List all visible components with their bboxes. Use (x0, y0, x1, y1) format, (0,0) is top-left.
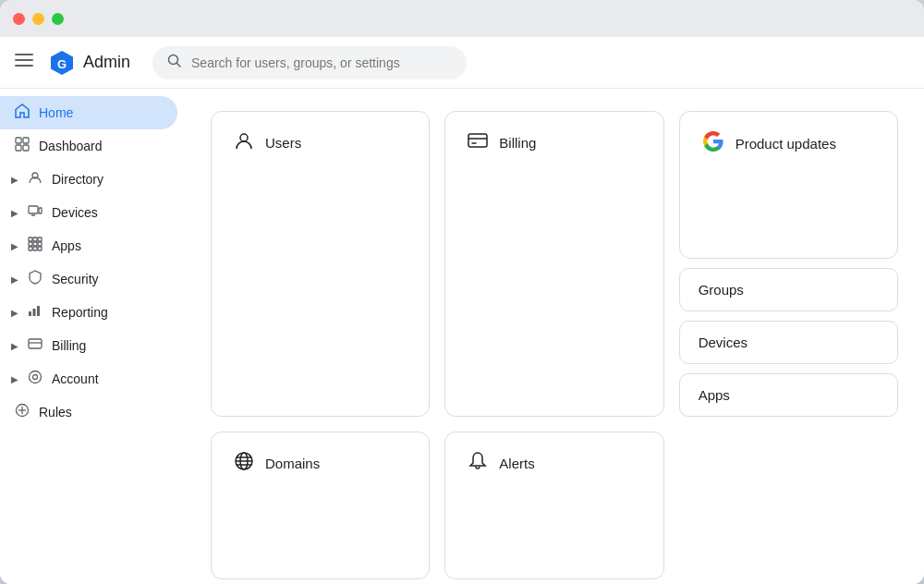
sidebar-item-security[interactable]: ▶ Security (0, 262, 177, 296)
chevron-reporting-icon: ▶ (11, 308, 18, 318)
sidebar-item-account[interactable]: ▶ Account (0, 362, 177, 395)
card-label-devices: Devices (699, 335, 748, 350)
sidebar-item-home[interactable]: Home (0, 96, 177, 129)
card-label-apps: Apps (699, 387, 730, 403)
svg-rect-35 (468, 134, 487, 147)
account-icon (28, 370, 43, 388)
topbar: G Admin (0, 37, 924, 89)
card-billing[interactable]: Billing (444, 111, 663, 417)
app-window: G Admin (0, 0, 924, 584)
card-alerts[interactable]: Alerts (444, 432, 663, 579)
svg-rect-8 (23, 138, 29, 143)
chevron-apps-icon: ▶ (11, 241, 18, 251)
svg-rect-1 (15, 59, 33, 61)
svg-rect-22 (33, 247, 37, 250)
sidebar: Home Dashboard ▶ (0, 89, 185, 584)
home-icon (15, 103, 30, 122)
svg-rect-25 (33, 309, 36, 316)
svg-rect-19 (33, 242, 37, 246)
svg-line-6 (177, 63, 181, 67)
sidebar-label-account: Account (52, 371, 99, 386)
sidebar-label-billing: Billing (52, 338, 86, 353)
main-content: Home Dashboard ▶ (0, 89, 924, 584)
svg-rect-9 (16, 145, 21, 151)
svg-rect-7 (16, 138, 21, 143)
sidebar-item-dashboard[interactable]: Dashboard (0, 129, 177, 163)
chevron-directory-icon: ▶ (11, 175, 18, 185)
user-card-icon (234, 130, 254, 155)
svg-rect-2 (15, 65, 33, 67)
sidebar-label-reporting: Reporting (52, 305, 108, 320)
search-bar[interactable] (152, 46, 467, 79)
dashboard-icon (15, 137, 30, 155)
svg-rect-21 (29, 247, 32, 250)
content-area: Users (185, 89, 924, 584)
brand: G Admin (48, 49, 130, 77)
svg-text:G: G (57, 57, 67, 71)
rules-icon (15, 403, 30, 421)
google-logo-icon: G (48, 49, 76, 77)
card-product-updates[interactable]: Product updates (679, 111, 898, 259)
svg-rect-10 (23, 145, 29, 151)
card-groups[interactable]: Groups (679, 268, 898, 311)
svg-rect-13 (39, 208, 42, 213)
apps-icon (28, 237, 43, 255)
sidebar-item-directory[interactable]: ▶ Directory (0, 163, 177, 196)
svg-point-34 (240, 134, 248, 141)
card-title-domains: Domains (265, 456, 320, 471)
sidebar-label-home: Home (39, 105, 73, 120)
svg-rect-24 (29, 311, 31, 316)
sidebar-item-reporting[interactable]: ▶ Reporting (0, 296, 177, 329)
titlebar (0, 0, 924, 37)
sidebar-label-rules: Rules (39, 405, 72, 420)
card-users[interactable]: Users (211, 111, 430, 417)
svg-rect-15 (29, 237, 32, 241)
chevron-devices-icon: ▶ (11, 208, 18, 218)
chevron-billing-icon: ▶ (11, 341, 18, 351)
search-icon (167, 54, 182, 72)
svg-rect-23 (38, 247, 42, 250)
brand-name: Admin (83, 53, 130, 72)
sidebar-label-directory: Directory (52, 172, 103, 187)
globe-card-icon (234, 451, 254, 476)
sidebar-label-devices: Devices (52, 205, 98, 220)
card-title-billing: Billing (499, 135, 536, 151)
card-apps-small[interactable]: Apps (679, 373, 898, 417)
search-input[interactable] (191, 55, 452, 70)
sidebar-item-rules[interactable]: Rules (0, 395, 177, 429)
sidebar-item-apps[interactable]: ▶ Apps (0, 229, 177, 262)
card-domains[interactable]: Domains (211, 432, 430, 579)
maximize-button[interactable] (52, 13, 64, 25)
svg-rect-16 (33, 237, 37, 241)
sidebar-label-apps: Apps (52, 238, 81, 253)
billing-card-icon (468, 130, 488, 155)
sidebar-item-billing[interactable]: ▶ Billing (0, 329, 177, 362)
svg-point-30 (33, 375, 38, 380)
app-area: G Admin (0, 37, 924, 584)
menu-button[interactable] (15, 51, 33, 74)
directory-icon (28, 170, 43, 189)
svg-rect-27 (29, 339, 42, 348)
svg-rect-17 (38, 237, 42, 241)
chevron-account-icon: ▶ (11, 374, 18, 384)
sidebar-label-security: Security (52, 272, 99, 286)
close-button[interactable] (13, 13, 25, 25)
svg-rect-20 (38, 242, 42, 246)
svg-rect-18 (29, 242, 32, 246)
svg-rect-12 (29, 206, 38, 213)
security-icon (28, 270, 43, 288)
svg-rect-26 (37, 306, 40, 316)
svg-point-29 (30, 371, 42, 383)
card-title-alerts: Alerts (499, 456, 534, 471)
chevron-security-icon: ▶ (11, 274, 18, 285)
billing-icon (28, 336, 43, 355)
minimize-button[interactable] (32, 13, 44, 25)
sidebar-item-devices[interactable]: ▶ Devices (0, 196, 177, 229)
svg-rect-0 (15, 54, 33, 55)
card-label-groups: Groups (699, 282, 744, 298)
reporting-icon (28, 303, 43, 322)
devices-icon (28, 203, 43, 222)
sidebar-label-dashboard: Dashboard (39, 139, 103, 153)
card-devices-small[interactable]: Devices (679, 321, 898, 364)
bell-card-icon (468, 451, 488, 476)
